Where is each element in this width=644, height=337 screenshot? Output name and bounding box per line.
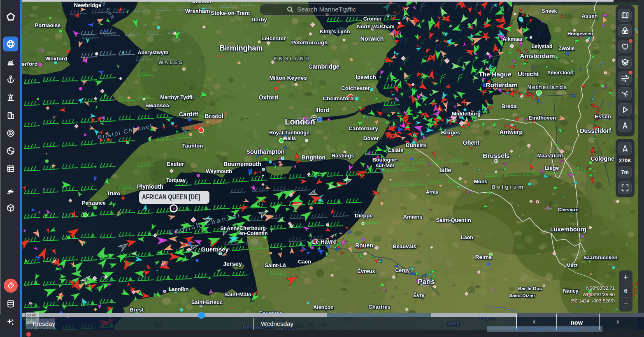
svg-text:ENGLAND: ENGLAND bbox=[274, 56, 311, 62]
svg-text:Bruges: Bruges bbox=[441, 129, 460, 136]
svg-text:Dusseldorf: Dusseldorf bbox=[580, 127, 611, 134]
svg-text:Belgium: Belgium bbox=[491, 184, 525, 190]
svg-text:Peterborough: Peterborough bbox=[291, 39, 328, 46]
svg-text:Utrecht: Utrecht bbox=[518, 71, 539, 77]
svg-text:Cergy: Cergy bbox=[395, 268, 409, 273]
svg-text:London: London bbox=[285, 117, 315, 126]
svg-text:Lannion: Lannion bbox=[169, 286, 189, 292]
svg-text:Chartres: Chartres bbox=[368, 304, 390, 310]
svg-text:Middelburg: Middelburg bbox=[452, 111, 481, 117]
svg-text:WALES: WALES bbox=[158, 60, 184, 65]
svg-text:Hastings: Hastings bbox=[332, 152, 354, 159]
svg-text:Norwich: Norwich bbox=[360, 35, 384, 42]
svg-text:Liège: Liège bbox=[544, 165, 559, 171]
svg-text:Royal Tunbridge: Royal Tunbridge bbox=[269, 130, 309, 136]
svg-text:St Anne: St Anne bbox=[221, 226, 240, 231]
svg-text:Saint-Quentin: Saint-Quentin bbox=[436, 217, 471, 223]
svg-text:Saint-Malo: Saint-Malo bbox=[224, 291, 251, 298]
svg-text:Sneek: Sneek bbox=[542, 8, 557, 14]
svg-text:Taunton: Taunton bbox=[182, 143, 203, 149]
svg-text:Brest: Brest bbox=[130, 307, 144, 313]
svg-text:Swansea: Swansea bbox=[145, 102, 169, 108]
svg-text:Oxford: Oxford bbox=[258, 94, 278, 101]
svg-text:Maastricht: Maastricht bbox=[537, 153, 563, 159]
svg-text:Cologne: Cologne bbox=[591, 155, 614, 162]
svg-text:Amsterdam: Amsterdam bbox=[520, 52, 555, 59]
svg-text:Calais: Calais bbox=[388, 147, 403, 153]
svg-text:Colchester: Colchester bbox=[341, 85, 370, 91]
svg-text:Alençon: Alençon bbox=[313, 305, 333, 310]
svg-text:Ghent: Ghent bbox=[463, 139, 480, 146]
svg-text:Brighton: Brighton bbox=[302, 154, 325, 161]
svg-text:Laon: Laon bbox=[461, 235, 473, 240]
svg-text:Rotterdam: Rotterdam bbox=[486, 81, 518, 88]
svg-text:Luxembourg: Luxembourg bbox=[550, 226, 586, 233]
svg-text:en-Cotentin: en-Cotentin bbox=[239, 231, 267, 236]
svg-text:Bar-le-Duc: Bar-le-Duc bbox=[518, 286, 542, 291]
svg-text:Cardiff: Cardiff bbox=[179, 111, 198, 118]
svg-text:Weymouth: Weymouth bbox=[206, 168, 232, 174]
svg-text:Stoke-on-Trent: Stoke-on-Trent bbox=[211, 10, 250, 16]
svg-text:Le Havre: Le Havre bbox=[312, 238, 336, 245]
svg-text:Bristol: Bristol bbox=[205, 113, 223, 119]
svg-text:Amersfoort: Amersfoort bbox=[547, 70, 574, 76]
svg-text:Guernsey: Guernsey bbox=[201, 246, 229, 253]
svg-text:Exeter: Exeter bbox=[167, 161, 184, 167]
svg-text:Ilford: Ilford bbox=[315, 107, 329, 113]
svg-text:Essen: Essen bbox=[595, 113, 611, 120]
svg-text:Saint-Lô: Saint-Lô bbox=[265, 262, 286, 268]
svg-text:Wells: Wells bbox=[283, 136, 296, 141]
svg-text:Portlaoise: Portlaoise bbox=[35, 22, 61, 28]
svg-text:Bournemouth: Bournemouth bbox=[223, 161, 261, 167]
svg-text:Birmingham: Birmingham bbox=[219, 44, 263, 52]
svg-text:Mons: Mons bbox=[474, 179, 488, 185]
svg-text:Southampton: Southampton bbox=[246, 148, 284, 155]
svg-text:Derby: Derby bbox=[251, 16, 267, 23]
svg-text:Hoogeveen: Hoogeveen bbox=[567, 31, 593, 36]
svg-text:Jersey: Jersey bbox=[223, 261, 242, 267]
svg-text:Newbridge: Newbridge bbox=[74, 2, 101, 8]
svg-text:Saarbruecken: Saarbruecken bbox=[584, 255, 618, 261]
svg-text:Cambridge: Cambridge bbox=[308, 63, 339, 70]
svg-text:Cherbourg-: Cherbourg- bbox=[239, 225, 267, 231]
svg-text:Évry: Évry bbox=[413, 292, 424, 298]
svg-text:Zwolle: Zwolle bbox=[559, 46, 575, 51]
svg-text:Netherlands: Netherlands bbox=[527, 84, 567, 90]
svg-text:Aberystwyth: Aberystwyth bbox=[137, 50, 168, 55]
svg-text:Assen: Assen bbox=[581, 13, 598, 19]
svg-text:Penzance: Penzance bbox=[82, 200, 106, 206]
svg-text:Wrexham: Wrexham bbox=[185, 8, 210, 14]
svg-text:Wexford: Wexford bbox=[45, 55, 67, 62]
svg-text:Ipswich: Ipswich bbox=[356, 74, 376, 80]
svg-text:Metz: Metz bbox=[566, 263, 578, 268]
svg-text:Truro: Truro bbox=[107, 191, 120, 196]
svg-text:Lelystad: Lelystad bbox=[532, 44, 553, 49]
svg-text:Dunkirk: Dunkirk bbox=[406, 142, 427, 148]
svg-text:King's Lynn: King's Lynn bbox=[320, 28, 350, 35]
svg-text:Brussels: Brussels bbox=[483, 152, 509, 159]
svg-text:Eindhoven: Eindhoven bbox=[529, 115, 556, 121]
svg-text:Milton Keynes: Milton Keynes bbox=[269, 75, 307, 81]
svg-text:Canterbury: Canterbury bbox=[349, 125, 379, 132]
svg-text:Leicester: Leicester bbox=[261, 35, 286, 42]
svg-text:Dieppe: Dieppe bbox=[355, 212, 372, 219]
svg-text:Lille: Lille bbox=[439, 167, 451, 173]
svg-text:Saint-Dizier: Saint-Dizier bbox=[509, 293, 535, 298]
svg-text:Saint-Brieuc: Saint-Brieuc bbox=[191, 299, 223, 305]
svg-text:The Hague: The Hague bbox=[479, 71, 511, 78]
svg-text:Paris: Paris bbox=[418, 278, 435, 286]
svg-text:Amiens: Amiens bbox=[403, 214, 423, 220]
svg-text:Arras: Arras bbox=[426, 189, 438, 194]
svg-text:Cromer: Cromer bbox=[363, 16, 382, 22]
svg-text:Torquay: Torquay bbox=[166, 178, 186, 183]
svg-text:Plymouth: Plymouth bbox=[137, 183, 163, 190]
svg-text:Beauvais: Beauvais bbox=[393, 243, 416, 249]
svg-text:Boulogne-: Boulogne- bbox=[372, 157, 398, 163]
svg-text:Évreux: Évreux bbox=[357, 268, 375, 274]
svg-text:Breda: Breda bbox=[502, 103, 517, 109]
svg-text:Caen: Caen bbox=[298, 259, 311, 265]
svg-text:sur-Mer: sur-Mer bbox=[376, 163, 395, 168]
svg-text:North Walsham: North Walsham bbox=[357, 24, 394, 30]
svg-text:Dover: Dover bbox=[363, 135, 379, 141]
svg-text:Chelmsford: Chelmsford bbox=[323, 95, 353, 102]
